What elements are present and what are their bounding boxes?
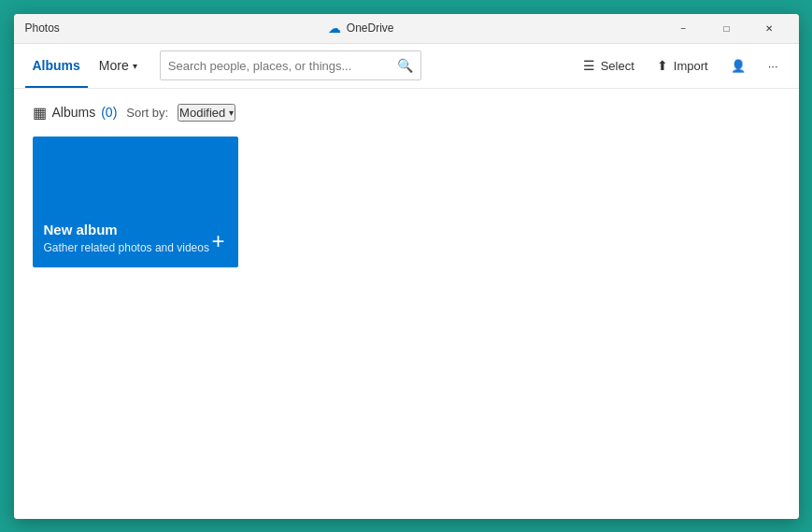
- select-button[interactable]: ☰ Select: [574, 49, 644, 82]
- select-icon: ☰: [583, 58, 595, 73]
- toolbar-right: ☰ Select ⬆ Import 👤 ···: [574, 49, 788, 82]
- albums-label: Albums: [52, 105, 96, 120]
- search-icon[interactable]: 🔍: [397, 58, 413, 73]
- sort-value-text: Modified: [179, 106, 225, 120]
- minimize-button[interactable]: −: [662, 14, 705, 44]
- add-album-icon: +: [211, 228, 224, 254]
- toolbar: Albums More ▾ 🔍 ☰ Select ⬆ Import 👤 ···: [14, 44, 799, 89]
- title-bar-controls: − □ ✕: [662, 14, 791, 44]
- more-actions-button[interactable]: ···: [759, 49, 788, 82]
- more-label: More: [99, 58, 129, 73]
- import-button[interactable]: ⬆ Import: [648, 49, 718, 82]
- close-button[interactable]: ✕: [748, 14, 791, 44]
- title-bar-center: ☁ OneDrive: [328, 21, 394, 36]
- onedrive-icon: ☁: [328, 21, 341, 36]
- sort-by-label: Sort by:: [126, 106, 168, 120]
- import-icon: ⬆: [657, 58, 668, 73]
- more-button[interactable]: More ▾: [92, 44, 145, 88]
- search-input[interactable]: [168, 59, 392, 73]
- select-label: Select: [601, 59, 634, 73]
- new-album-title: New album: [44, 222, 227, 237]
- person-icon: 👤: [731, 59, 746, 73]
- albums-grid: New album Gather related photos and vide…: [33, 137, 780, 267]
- content-area: ▦ Albums (0) Sort by: Modified ▾ New alb…: [14, 89, 799, 519]
- chevron-down-icon: ▾: [133, 61, 137, 71]
- new-album-text: New album Gather related photos and vide…: [44, 222, 227, 256]
- albums-tab[interactable]: Albums: [25, 44, 88, 88]
- more-actions-icon: ···: [768, 59, 778, 73]
- albums-count: (0): [101, 105, 117, 120]
- sort-dropdown[interactable]: Modified ▾: [178, 104, 235, 122]
- albums-icon-label: ▦ Albums (0): [33, 104, 118, 122]
- sort-chevron-icon: ▾: [229, 108, 234, 118]
- new-album-card[interactable]: New album Gather related photos and vide…: [33, 137, 238, 267]
- app-title: Photos: [25, 22, 60, 35]
- title-bar: Photos ☁ OneDrive − □ ✕: [14, 14, 799, 44]
- import-label: Import: [674, 59, 708, 73]
- maximize-button[interactable]: □: [705, 14, 748, 44]
- new-album-desc: Gather related photos and videos: [44, 241, 227, 256]
- photos-window: Photos ☁ OneDrive − □ ✕ Albums More ▾ 🔍 …: [14, 14, 799, 519]
- title-bar-left: Photos: [25, 22, 60, 35]
- person-icon-button[interactable]: 👤: [721, 49, 755, 82]
- albums-header: ▦ Albums (0) Sort by: Modified ▾: [33, 104, 780, 122]
- albums-grid-icon: ▦: [33, 104, 47, 122]
- search-box: 🔍: [160, 50, 421, 80]
- onedrive-label: OneDrive: [347, 22, 394, 35]
